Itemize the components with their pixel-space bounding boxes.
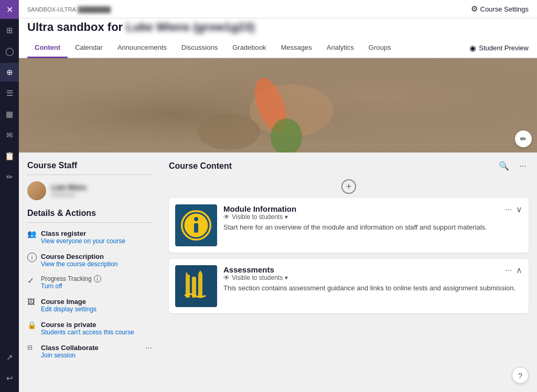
right-panel: Course Content 🔍 ··· + — [160, 153, 537, 392]
assessments-card: Assessments 👁 Visible to students ▾ ··· … — [169, 259, 529, 313]
add-content-row: + — [169, 177, 529, 198]
course-image-icon: 🖼 — [27, 298, 37, 306]
banner-edit-button[interactable]: ✏ — [515, 130, 532, 147]
assessments-thumbnail — [175, 265, 217, 307]
course-description-link[interactable]: View the course description — [41, 260, 152, 268]
sidebar-item-home[interactable]: ⊞ — [0, 21, 19, 40]
eye-icon-card: 👁 — [223, 213, 230, 221]
tab-groups[interactable]: Groups — [361, 38, 399, 58]
class-register-link[interactable]: View everyone on your course — [41, 237, 152, 245]
tabs-container: Content Calendar Announcements Discussio… — [27, 38, 398, 58]
search-button[interactable]: 🔍 — [497, 159, 511, 173]
class-collaborate-item: ⊟ Class Collaborate Join session ··· — [27, 343, 152, 359]
course-description-item: i Course Description View the course des… — [27, 252, 152, 268]
help-button[interactable]: ? — [512, 367, 529, 384]
course-description-content: Course Description View the course descr… — [41, 252, 152, 268]
progress-tracking-subtitle: Progress Tracking i — [41, 275, 152, 282]
staff-role: Instructor — [51, 191, 87, 198]
sandbox-label-text: SANDBOX-ULTRA — [27, 6, 76, 13]
content-area: Course Staff Luke Wiens Instructor Detai… — [19, 153, 537, 392]
home-icon: ⊞ — [6, 26, 13, 35]
person-icon: ◯ — [5, 47, 14, 56]
staff-member: Luke Wiens Instructor — [27, 181, 152, 200]
sidebar-item-notes[interactable]: 📋 — [0, 147, 19, 166]
sidebar-item-export[interactable]: ↗ — [0, 348, 19, 367]
module-info-more-button[interactable]: ··· — [505, 205, 512, 214]
sidebar-item-undo[interactable]: ↩ — [0, 369, 19, 388]
tab-announcements[interactable]: Announcements — [110, 38, 174, 58]
close-sidebar-button[interactable]: ✕ — [0, 0, 19, 19]
tab-messages[interactable]: Messages — [274, 38, 319, 58]
undo-icon: ↩ — [6, 374, 13, 383]
module-info-card: Module Information 👁 Visible to students… — [169, 198, 529, 253]
course-private-title: Course is private — [41, 321, 96, 329]
student-preview-button[interactable]: ◉ Student Preview — [469, 43, 529, 53]
details-actions-title: Details & Actions — [27, 209, 152, 218]
assessments-collapse-button[interactable]: ∧ — [516, 265, 522, 275]
assessments-visibility[interactable]: 👁 Visible to students ▾ — [223, 274, 288, 281]
class-collaborate-content: Class Collaborate Join session — [41, 343, 141, 359]
details-section: Details & Actions 👥 Class register View … — [27, 209, 152, 359]
class-collaborate-link[interactable]: Join session — [41, 352, 141, 359]
left-panel: Course Staff Luke Wiens Instructor Detai… — [19, 153, 160, 392]
collaborate-more-button[interactable]: ··· — [145, 343, 152, 353]
info-module-svg — [179, 209, 213, 242]
module-info-description: Start here for an overview of the module… — [223, 223, 522, 232]
tab-gradebook[interactable]: Gradebook — [225, 38, 273, 58]
progress-tracking-title: Progress Tracking — [41, 275, 92, 282]
course-image-link[interactable]: Edit display settings — [41, 306, 152, 313]
course-title-bar: Ultra sandbox for Luke Wiens (grow1g23) — [19, 18, 537, 38]
top-bar: SANDBOX-ULTRA ████████ ⚙ Course Settings — [19, 0, 537, 18]
pencil-icon: ✏ — [520, 135, 527, 143]
assessments-visibility-label: Visible to students — [232, 274, 283, 281]
tab-calendar[interactable]: Calendar — [68, 38, 110, 58]
course-private-content: Course is private Students can't access … — [41, 320, 152, 336]
class-register-item: 👥 Class register View everyone on your c… — [27, 229, 152, 245]
more-options-button[interactable]: ··· — [518, 159, 529, 173]
class-register-title: Class register — [41, 230, 86, 237]
add-content-button[interactable]: + — [341, 179, 356, 194]
globe-icon: ⊕ — [6, 68, 13, 77]
module-info-visibility-label: Visible to students — [232, 213, 283, 221]
progress-tracking-icon: ✓ — [27, 276, 37, 286]
export-icon: ↗ — [6, 353, 13, 362]
notes-icon: 📋 — [5, 151, 15, 161]
tab-discussions[interactable]: Discussions — [174, 38, 225, 58]
assessments-more-button[interactable]: ··· — [505, 266, 512, 275]
chevron-down-assessments-icon: ▾ — [285, 274, 288, 281]
course-description-title: Course Description — [41, 253, 104, 260]
course-title-blurred: Luke Wiens (grow1g23) — [126, 20, 255, 34]
sidebar-item-person[interactable]: ◯ — [0, 42, 19, 61]
sidebar-item-tools[interactable]: ✏ — [0, 168, 19, 187]
svg-point-4 — [197, 113, 260, 150]
course-private-item: 🔒 Course is private Students can't acces… — [27, 320, 152, 336]
course-title-prefix: Ultra sandbox for — [27, 20, 126, 34]
list-icon: ☰ — [6, 89, 13, 98]
assessments-title: Assessments — [223, 265, 288, 274]
course-image-item: 🖼 Course Image Edit display settings — [27, 297, 152, 313]
progress-tracking-item: ✓ Progress Tracking i Turn off — [27, 275, 152, 290]
course-private-link[interactable]: Students can't access this course — [41, 329, 152, 336]
course-description-icon: i — [27, 253, 37, 262]
progress-tracking-link[interactable]: Turn off — [41, 282, 152, 290]
collaborate-icon: ⊟ — [27, 344, 37, 351]
assessment-svg — [179, 269, 213, 303]
sidebar-item-globe[interactable]: ⊕ — [0, 63, 19, 82]
module-info-collapse-button[interactable]: ∨ — [516, 204, 522, 214]
sidebar-item-mail[interactable]: ✉ — [0, 126, 19, 145]
sidebar-item-list[interactable]: ☰ — [0, 84, 19, 103]
sidebar-item-calendar[interactable]: ▦ — [0, 105, 19, 124]
course-settings-label: Course Settings — [480, 5, 529, 13]
module-info-visibility[interactable]: 👁 Visible to students ▾ — [223, 213, 296, 221]
tab-content[interactable]: Content — [27, 38, 68, 58]
course-settings-button[interactable]: ⚙ Course Settings — [471, 4, 529, 14]
course-title: Ultra sandbox for Luke Wiens (grow1g23) — [27, 20, 529, 34]
header-actions: 🔍 ··· — [497, 159, 529, 173]
sandbox-id: ████████ — [78, 6, 111, 13]
assessments-actions: ··· ∧ — [505, 265, 522, 275]
course-content-title: Course Content — [169, 161, 232, 171]
svg-rect-10 — [194, 223, 198, 233]
tab-analytics[interactable]: Analytics — [319, 38, 361, 58]
mail-icon: ✉ — [6, 130, 13, 140]
main-area: SANDBOX-ULTRA ████████ ⚙ Course Settings… — [19, 0, 537, 392]
